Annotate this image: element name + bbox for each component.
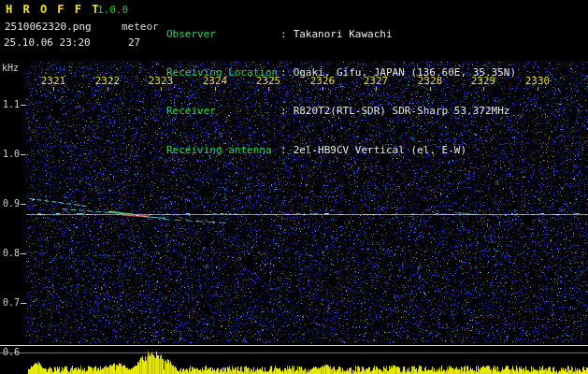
info-separator: : <box>280 66 294 79</box>
freq-axis-unit: kHz <box>2 63 19 73</box>
info-label: Receiver <box>166 105 280 118</box>
output-filename: 2510062320.png <box>5 21 92 33</box>
freq-tick-label: 1.1 <box>0 99 20 109</box>
freq-tick-label: 0.7 <box>0 297 20 308</box>
time-tick-label: 2323 <box>149 75 174 87</box>
time-tick-label: 2325 <box>256 75 281 87</box>
freq-tick-label: 0.6 <box>0 347 20 357</box>
time-tick-label: 2330 <box>525 75 551 87</box>
info-row-observer: Observer:Takanori Kawachi <box>166 28 516 41</box>
info-separator: : <box>280 28 294 40</box>
freq-tick-label: 0.8 <box>0 248 20 258</box>
time-tick-label: 2322 <box>95 75 121 87</box>
time-tick-label: 2327 <box>364 75 389 87</box>
info-row-antenna: Receiving antenna:2el-HB9CV Vertical (el… <box>166 144 516 157</box>
app-version: 1.0.0 <box>97 4 128 16</box>
time-tick-label: 2321 <box>41 75 66 87</box>
time-tick-label: 2326 <box>310 75 336 87</box>
echo-count: 27 <box>128 36 140 49</box>
info-value: 2el-HB9CV Vertical (el. E-W) <box>294 144 466 156</box>
info-row-receiver: Receiver:R820T2(RTL-SDR) SDR-Sharp 53.37… <box>166 105 516 118</box>
info-separator: : <box>280 144 294 156</box>
freq-tick-label: 1.0 <box>0 149 20 159</box>
info-separator: : <box>280 105 294 117</box>
freq-tick-label: 0.9 <box>0 198 20 209</box>
station-info: Observer:Takanori Kawachi Receiving Loca… <box>166 2 516 182</box>
time-tick-label: 2329 <box>471 75 496 87</box>
info-label: Observer <box>166 28 280 41</box>
time-tick-label: 2324 <box>203 75 228 87</box>
hrofft-window: H R O F F T 1.0.0 2510062320.png meteor … <box>0 0 588 374</box>
info-value: R820T2(RTL-SDR) SDR-Sharp 53.372MHz <box>294 105 510 117</box>
info-value: Takanori Kawachi <box>294 28 393 40</box>
datetime-label: 25.10.06 23:20 <box>4 36 91 49</box>
mode-label: meteor <box>122 21 159 33</box>
app-title: H R O F F T <box>6 3 100 16</box>
info-label: Receiving antenna <box>166 144 280 157</box>
time-tick-label: 2328 <box>418 75 443 87</box>
